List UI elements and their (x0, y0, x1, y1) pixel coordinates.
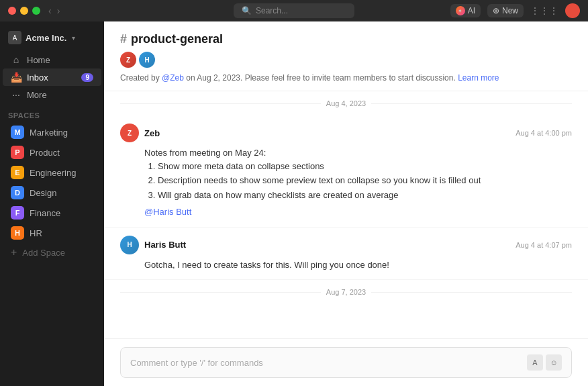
msg-author-zeb: Zeb (144, 128, 160, 138)
content-area: # product-general Z H Created by @Zeb on… (104, 21, 588, 386)
date-divider-1: Aug 4, 2023 (104, 91, 588, 115)
comment-action-2[interactable]: ☺ (546, 354, 562, 371)
titlebar-nav: ‹ › (48, 5, 60, 16)
space-icon-engineering: E (11, 166, 24, 179)
channel-header: # product-general Z H Created by @Zeb on… (104, 21, 588, 91)
search-icon: 🔍 (242, 6, 252, 15)
mention-haris[interactable]: @Haris Butt (144, 207, 191, 217)
search-placeholder: Search... (256, 6, 288, 15)
msg-author-haris: Haris Butt (144, 240, 186, 250)
sidebar-item-finance[interactable]: F Finance (3, 203, 101, 223)
hash-icon: # (120, 32, 127, 46)
msg-time-haris: Aug 4 at 4:07 pm (516, 241, 572, 249)
ai-icon: ✦ (456, 6, 465, 15)
space-icon-design: D (11, 186, 24, 199)
sidebar-item-design[interactable]: D Design (3, 183, 101, 203)
inbox-badge: 9 (81, 73, 93, 82)
space-label-design: Design (30, 188, 56, 198)
message-haris: H Haris Butt Aug 4 at 4:07 pm Gotcha, I … (104, 228, 588, 281)
workspace-icon: A (8, 31, 21, 44)
channel-desc-prefix: Created by (120, 73, 162, 83)
space-label-marketing: Marketing (30, 128, 68, 138)
ai-label: AI (468, 6, 475, 15)
add-space-label: Add Space (22, 248, 65, 258)
channel-description: Created by @Zeb on Aug 2, 2023. Please f… (120, 73, 572, 83)
date-label-2: Aug 7, 2023 (326, 288, 366, 296)
date-line-2 (120, 292, 321, 293)
comment-action-1[interactable]: A (527, 354, 543, 371)
messages-area: Aug 4, 2023 Z Zeb Aug 4 at 4:00 pm Notes… (104, 91, 588, 338)
list-item: Description needs to show some preview t… (158, 174, 572, 187)
sidebar-item-more[interactable]: ··· More (3, 86, 101, 103)
sidebar-item-hr[interactable]: H HR (3, 223, 101, 243)
msg-list: Show more meta data on collapse sections… (144, 160, 572, 202)
channel-desc-author[interactable]: @Zeb (162, 73, 184, 83)
new-button[interactable]: ⊕ New (487, 4, 524, 17)
workspace-header[interactable]: A Acme Inc. ▾ (0, 27, 104, 48)
sidebar-item-product[interactable]: P Product (3, 142, 101, 162)
avatar-member: H (139, 52, 155, 68)
message-author-row-zeb: Z Zeb (120, 124, 160, 142)
date-divider-2: Aug 7, 2023 (104, 280, 588, 304)
comment-actions: A ☺ (527, 354, 562, 371)
sidebar-item-engineering[interactable]: E Engineering (3, 162, 101, 183)
channel-desc-link[interactable]: Learn more (458, 73, 499, 83)
minimize-button[interactable] (20, 7, 28, 15)
sidebar: A Acme Inc. ▾ ⌂ Home 📥 Inbox 9 ··· More … (0, 21, 104, 386)
sidebar-item-home[interactable]: ⌂ Home (3, 51, 101, 68)
msg-intro: Notes from meeting on May 24: (144, 146, 572, 160)
sidebar-item-inbox[interactable]: 📥 Inbox 9 (3, 68, 101, 86)
channel-title: # product-general (120, 32, 572, 46)
main-layout: A Acme Inc. ▾ ⌂ Home 📥 Inbox 9 ··· More … (0, 21, 588, 386)
window-controls (8, 7, 40, 15)
channel-avatars: Z H (120, 52, 572, 68)
chevron-down-icon: ▾ (72, 34, 75, 42)
space-icon-product: P (11, 146, 24, 159)
spaces-section-label: Spaces (0, 103, 104, 122)
grid-icon[interactable]: ⋮⋮⋮ (530, 5, 558, 16)
message-header-haris: H Haris Butt Aug 4 at 4:07 pm (120, 236, 572, 254)
close-button[interactable] (8, 7, 16, 15)
comment-box-area: Comment or type '/' for commands A ☺ (104, 338, 588, 386)
plus-icon: + (11, 246, 17, 258)
channel-desc-date: on Aug 2, 2023. Please feel free to invi… (184, 73, 458, 83)
sidebar-item-label-inbox: Inbox (27, 73, 48, 83)
home-icon: ⌂ (11, 54, 21, 65)
space-icon-hr: H (11, 226, 24, 240)
space-icon-marketing: M (11, 126, 24, 139)
msg-body-haris: Gotcha, I need to create tasks for this.… (120, 258, 572, 272)
space-label-product: Product (30, 148, 60, 158)
new-icon: ⊕ (493, 6, 499, 15)
forward-icon[interactable]: › (57, 5, 60, 16)
add-space-button[interactable]: + Add Space (3, 243, 101, 262)
sidebar-item-label-home: Home (27, 55, 50, 65)
date-label-1: Aug 4, 2023 (326, 99, 366, 107)
user-avatar[interactable] (565, 3, 580, 18)
list-item: Show more meta data on collapse sections (158, 160, 572, 173)
avatar-zeb-msg: Z (120, 124, 139, 142)
message-author-row-haris: H Haris Butt (120, 236, 186, 254)
ai-button[interactable]: ✦ AI (450, 4, 481, 17)
back-icon[interactable]: ‹ (48, 5, 52, 16)
space-label-hr: HR (30, 228, 42, 238)
avatar-haris-msg: H (120, 236, 139, 254)
channel-name: product-general (131, 32, 223, 46)
msg-text-haris: Gotcha, I need to create tasks for this.… (144, 258, 572, 272)
more-icon: ··· (11, 89, 21, 100)
date-line (120, 103, 321, 104)
msg-body-zeb: Notes from meeting on May 24: Show more … (120, 146, 572, 219)
search-bar[interactable]: 🔍 Search... (234, 3, 354, 18)
titlebar: ‹ › 🔍 Search... ✦ AI ⊕ New ⋮⋮⋮ (0, 0, 588, 21)
titlebar-right: ✦ AI ⊕ New ⋮⋮⋮ (450, 3, 580, 18)
sidebar-item-marketing[interactable]: M Marketing (3, 122, 101, 142)
date-line-right (371, 103, 572, 104)
message-zeb: Z Zeb Aug 4 at 4:00 pm Notes from meetin… (104, 115, 588, 228)
comment-box[interactable]: Comment or type '/' for commands A ☺ (120, 347, 572, 378)
space-label-engineering: Engineering (30, 168, 76, 178)
maximize-button[interactable] (32, 7, 40, 15)
message-header-zeb: Z Zeb Aug 4 at 4:00 pm (120, 124, 572, 142)
space-icon-finance: F (11, 206, 24, 220)
comment-placeholder: Comment or type '/' for commands (130, 358, 263, 368)
avatar-zeb: Z (120, 52, 136, 68)
inbox-icon: 📥 (11, 72, 21, 83)
